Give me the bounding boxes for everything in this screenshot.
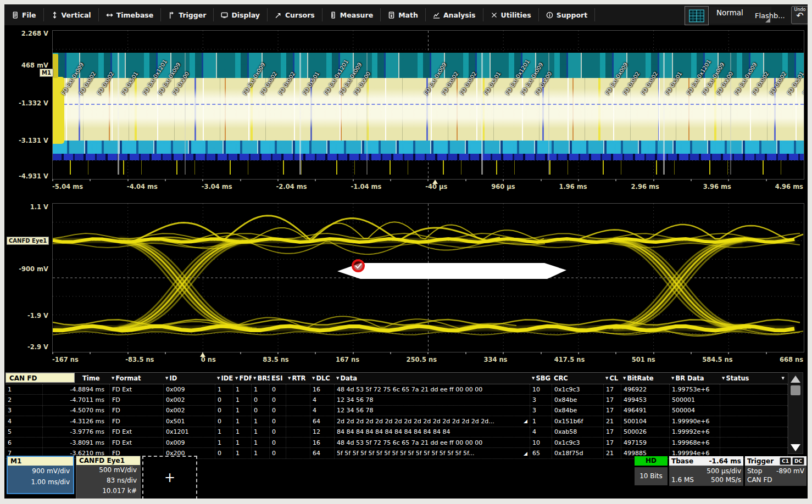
trigger-position-marker-top[interactable] [432,180,438,184]
sort-arrow-icon[interactable]: ▼ [253,376,256,380]
sort-arrow-icon[interactable]: ▼ [112,376,114,380]
column-header-crc[interactable]: CRC [552,373,604,384]
table-row[interactable]: 5-3.9776 msFD Ext0x120111101284 84 84 84… [5,427,788,438]
menu-item-support[interactable]: Support [539,8,596,21]
down-arrow-icon [791,444,800,451]
cell-cl: 17 [604,395,621,405]
menu-item-cursors[interactable]: Cursors [268,8,322,21]
menu-item-label: Analysis [443,11,476,19]
main-waveform-grid[interactable]: FD Ext 0x009FD 0x002FD 0x002FD 0x501FD E… [52,30,804,180]
cell-fdf: 1 [233,438,252,447]
scroll-down-button[interactable] [788,441,803,453]
column-header-bitrate[interactable]: ▼BitRate [621,373,670,384]
cell-format: FD Ext [110,438,164,447]
cell-fdf: 1 [233,427,252,437]
scroll-up-button[interactable] [788,373,803,385]
descriptor-m1[interactable]: M1 900 mV/div 1.00 ms/div [7,456,74,494]
plus-icon: + [164,470,175,485]
sort-arrow-icon[interactable]: ▼ [532,376,535,380]
sort-arrow-icon[interactable]: ▼ [722,376,725,380]
trigger-status-box[interactable]: Trigger C1 DC Stop -890 mV CAN FD [745,456,807,486]
column-header-sbg[interactable]: ▼SBG [530,373,552,384]
menu-item-label: Trigger [179,11,206,19]
descriptor-canfd-eye1[interactable]: CANFD Eye1 500 mV/div 83 ns/div 10.017 k… [76,456,141,499]
column-header-fdf[interactable]: ▼FDF [233,373,252,384]
column-header-status[interactable]: ▼Status▼ [720,373,788,384]
tbase-title: Tbase [671,457,693,465]
eye-x-axis-label: 83.5 ns [263,356,288,363]
sort-arrow-icon[interactable]: ▼ [288,376,291,380]
cell-data: 12 34 56 78 [335,406,530,416]
table-row[interactable]: 3-4.5070 msFD0x0020100412 34 56 7830x84b… [5,406,788,416]
sort-arrow-icon[interactable]: ▼ [312,376,315,380]
menu-item-analysis[interactable]: Analysis [426,8,483,21]
column-header-brs[interactable]: ▼BRS [252,373,270,384]
cell-id: 0x002 [164,406,215,416]
add-trace-button[interactable]: + [142,456,197,499]
flashback-label[interactable]: Flashb... [755,12,785,20]
cell-ide: 0 [215,395,233,405]
column-header-id[interactable]: ▼ID [164,373,215,384]
column-header-format[interactable]: ▼Format [110,373,164,384]
grid-display-button[interactable] [685,6,709,25]
column-header-dlc[interactable]: ▼DLC [310,373,335,384]
trigger-source-badge: C1 [780,457,791,465]
column-header-label: BRS [257,374,270,382]
column-header-cl[interactable]: ▼CL [604,373,621,384]
cell-bitrate: 496491 [621,406,670,416]
table-row[interactable]: 4-4.3126 msFD0x5010110642d 2d 2d 2d 2d 2… [5,416,788,427]
table-scrollbar[interactable] [788,372,803,454]
column-header-ide[interactable]: ▼IDE [215,373,233,384]
scrollbar-thumb[interactable] [791,385,800,395]
expand-row-icon[interactable]: ◢ [524,451,527,456]
eye-diagram-grid[interactable] [52,203,804,352]
sort-arrow-icon[interactable]: ▼ [623,376,626,380]
sort-arrow-icon[interactable]: ▼ [235,376,238,380]
menu-item-display[interactable]: Display [214,8,268,21]
top-x-axis-label: -4.04 ms [127,183,158,191]
table-row[interactable]: 2-4.7011 msFD0x0020100412 34 56 7830x84b… [5,395,788,405]
cell-cl: 17 [604,406,621,416]
menu-item-utilities[interactable]: Utilities [483,8,539,21]
eye-x-axis-label: 584.5 ns [702,356,732,363]
column-header-brdata[interactable]: ▼BR Data [670,373,720,384]
menu-item-math[interactable]: Math [381,8,426,21]
column-header-esi[interactable]: ESI [270,373,286,384]
cell-brdata: 500004 [670,406,720,416]
expand-row-icon[interactable]: ◢ [524,418,527,424]
tab-can-fd[interactable]: CAN FD [5,373,75,383]
cell-dlc: 12 [310,427,335,437]
scrollbar-track[interactable] [788,396,803,441]
menu-item-trigger[interactable]: Trigger [161,8,214,21]
cell-id: 0x009 [164,438,215,447]
trace-tag-canfd-eye1[interactable]: CANFD Eye1 [7,237,49,245]
menu-item-measure[interactable]: Measure [322,8,381,21]
table-row[interactable]: 6-3.8091 msFD Ext0x00911101648 4d 53 5f … [5,438,788,448]
undo-button[interactable]: Undo ↶ [791,6,808,24]
sort-arrow-icon[interactable]: ▼ [165,376,168,380]
timebase-status-box[interactable]: Tbase -1.64 ms 500 µs/div 1.6 MS 500 MS/… [669,456,743,486]
cell-time: -3.8091 ms [43,438,110,447]
sort-arrow-icon[interactable]: ▼ [336,376,339,380]
cell-ide: 1 [215,427,233,437]
top-y-axis-label: -4.931 V [19,172,48,180]
mask-failure-marker[interactable] [353,260,364,271]
sort-arrow-icon[interactable]: ▼ [671,376,674,380]
column-header-rtr[interactable]: ▼RTR [286,373,310,384]
column-header-data[interactable]: ▼Data [335,373,530,384]
table-row[interactable]: 1-4.8894 msFD Ext0x00911101648 4d 53 5f … [5,384,788,395]
column-header-label: ESI [271,374,282,382]
hd-status-box[interactable]: HD 10 Bits [635,456,668,485]
hd-bits: 10 Bits [635,467,668,485]
cell-sbg: 65 [530,448,552,458]
sort-arrow-icon[interactable]: ▼ [217,376,220,380]
cell-n: 3 [5,406,43,416]
trigger-position-marker-eye[interactable] [200,352,205,357]
mask-region [337,263,566,279]
channel-tag-m1[interactable]: M1 [40,69,53,77]
sort-arrow-icon[interactable]: ▼ [782,376,785,380]
cell-esi: 0 [270,406,286,416]
menu-item-timebase[interactable]: Timebase [99,8,162,21]
menu-item-vertical[interactable]: Vertical [44,8,99,21]
sort-arrow-icon[interactable]: ▼ [605,376,608,380]
